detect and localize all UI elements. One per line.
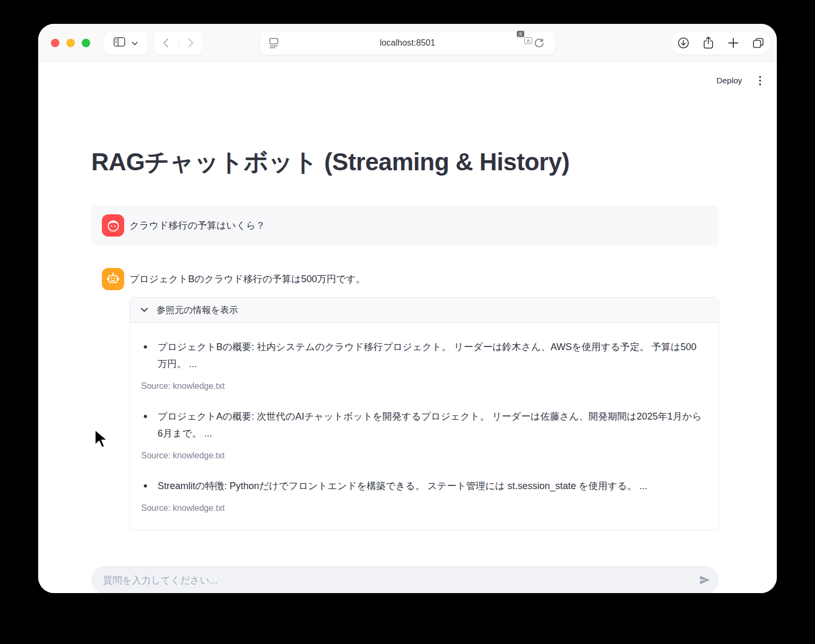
user-avatar [102, 214, 124, 237]
expander-header[interactable]: 参照元の情報を表示 [130, 298, 718, 323]
user-face-icon [106, 219, 120, 233]
source-text: プロジェクトAの概要: 次世代のAIチャットボットを開発するプロジェクト。 リー… [158, 408, 704, 442]
back-button[interactable] [154, 38, 178, 48]
share-icon [703, 36, 714, 50]
share-button[interactable] [696, 31, 721, 55]
bullet-dot [144, 415, 147, 418]
new-tab-button[interactable] [721, 31, 745, 55]
bullet-dot [144, 484, 147, 488]
source-text: Streamlitの特徴: Pythonだけでフロントエンドを構築できる。 ステ… [158, 477, 704, 494]
tabs-icon [752, 37, 765, 49]
send-icon [698, 574, 710, 586]
chevron-down-icon [141, 308, 148, 312]
close-window-button[interactable] [51, 39, 59, 47]
expander-label: 参照元の情報を表示 [157, 304, 238, 316]
zoom-window-button[interactable] [82, 39, 90, 47]
nav-buttons [154, 31, 203, 55]
url-text: localhost:8501 [260, 31, 555, 55]
chat-input-placeholder: 質問を入力してください... [103, 574, 689, 587]
send-button[interactable] [689, 566, 719, 593]
user-chat-message: クラウド移行の予算はいくら？ [91, 205, 719, 246]
assistant-avatar [102, 268, 124, 290]
main-menu-button[interactable] [756, 73, 765, 89]
tab-overview-button[interactable] [745, 31, 770, 55]
user-message-text: クラウド移行の予算はいくら？ [129, 205, 265, 246]
deploy-button[interactable]: Deploy [716, 76, 742, 85]
reload-icon[interactable] [534, 37, 544, 51]
source-label: Source: knowledge.txt [141, 451, 704, 460]
minimize-window-button[interactable] [66, 39, 75, 47]
forward-button[interactable] [178, 38, 203, 48]
source-item: プロジェクトBの概要: 社内システムのクラウド移行プロジェクト。 リーダーは鈴木… [158, 338, 704, 391]
address-bar[interactable]: localhost:8501 A 文 [260, 31, 555, 55]
sidebar-icon [114, 37, 125, 49]
streamlit-app: Deploy RAGチャットボット (Streaming & History) … [38, 62, 777, 593]
assistant-message-text: プロジェクトBのクラウド移行の予算は500万円です。 [129, 259, 365, 299]
page-title: RAGチャットボット (Streaming & History) [91, 146, 717, 179]
sidebar-toggle-button[interactable] [104, 31, 148, 55]
source-text: プロジェクトBの概要: 社内システムのクラウド移行プロジェクト。 リーダーは鈴木… [158, 338, 704, 372]
expander-body: プロジェクトBの概要: 社内システムのクラウド移行プロジェクト。 リーダーは鈴木… [130, 323, 718, 530]
streamlit-header: Deploy [716, 73, 764, 89]
toolbar-actions [671, 31, 770, 55]
source-label: Source: knowledge.txt [141, 503, 704, 513]
bullet-dot [144, 345, 147, 349]
robot-icon [106, 272, 120, 286]
source-item: Streamlitの特徴: Pythonだけでフロントエンドを構築できる。 ステ… [158, 477, 704, 513]
browser-window: localhost:8501 A 文 [38, 24, 777, 593]
browser-toolbar: localhost:8501 A 文 [38, 24, 777, 62]
source-label: Source: knowledge.txt [141, 381, 704, 391]
downloads-button[interactable] [671, 31, 696, 55]
plus-icon [727, 37, 739, 49]
sources-expander: 参照元の情報を表示 プロジェクトBの概要: 社内システムのクラウド移行プロジェク… [129, 297, 719, 530]
chat-input[interactable]: 質問を入力してください... [91, 566, 719, 593]
chevron-right-icon [188, 38, 194, 48]
chevron-down-icon [132, 38, 138, 48]
chevron-left-icon [163, 38, 169, 48]
download-icon [677, 37, 690, 49]
source-item: プロジェクトAの概要: 次世代のAIチャットボットを開発するプロジェクト。 リー… [158, 408, 704, 460]
